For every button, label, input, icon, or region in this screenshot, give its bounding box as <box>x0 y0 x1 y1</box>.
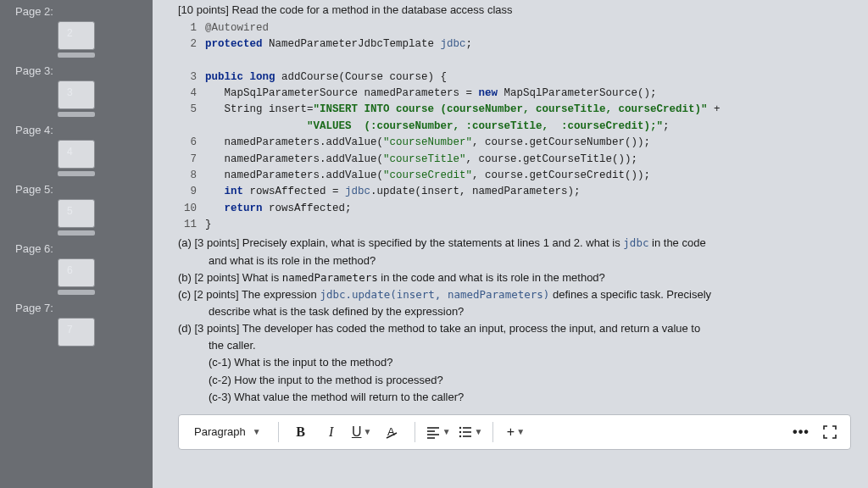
chevron-down-icon: ▼ <box>516 427 525 436</box>
page-thumbnail-sidebar: Page 2: 2 Page 3: 3 Page 4: 4 Page 5: 5 … <box>0 0 153 488</box>
page-label: Page 2: <box>7 0 146 21</box>
separator <box>415 422 415 442</box>
page-thumb-7[interactable]: Page 7: 7 <box>7 297 146 347</box>
page-thumb-6[interactable]: Page 6: 6 <box>7 237 146 295</box>
italic-button[interactable]: I <box>320 420 343 444</box>
text-color-icon: A <box>385 424 400 440</box>
thumb-preview: 2 <box>58 21 95 50</box>
thumb-footer <box>58 53 95 58</box>
insert-button[interactable]: +▼ <box>504 420 527 444</box>
thumb-footer <box>58 290 95 295</box>
svg-point-8 <box>459 431 460 433</box>
underline-button[interactable]: U▼ <box>350 420 374 444</box>
document-main: [10 points] Read the code for a method i… <box>153 0 868 488</box>
code-listing: 1@Autowired 2protected NamedParameterJdb… <box>178 20 851 234</box>
list-icon <box>458 424 473 440</box>
thumb-preview: 4 <box>58 140 95 169</box>
part-d-c3: (c-3) What value the method will return … <box>178 389 851 406</box>
thumb-preview: 6 <box>58 258 95 287</box>
thumb-footer <box>58 171 95 176</box>
format-select[interactable]: Paragraph ▼ <box>187 422 268 441</box>
thumb-preview: 3 <box>58 80 95 109</box>
thumb-footer <box>58 230 95 236</box>
align-left-icon <box>426 424 441 440</box>
editor-toolbar: Paragraph ▼ B I U▼ A ▼ <box>178 414 851 450</box>
chevron-down-icon: ▼ <box>475 427 483 436</box>
thumb-preview: 5 <box>58 199 95 228</box>
text-color-button[interactable]: A <box>381 420 404 444</box>
fullscreen-button[interactable] <box>818 420 842 444</box>
question-parts: (a) [3 points] Precisely explain, what i… <box>178 235 851 405</box>
part-a: (a) [3 points] Precisely explain, what i… <box>178 235 851 269</box>
question-header: [10 points] Read the code for a method i… <box>178 2 851 19</box>
part-b: (b) [2 points] What is namedParameters i… <box>178 269 851 286</box>
svg-point-10 <box>459 435 460 437</box>
page-label: Page 3: <box>7 59 146 80</box>
page-thumb-5[interactable]: Page 5: 5 <box>7 178 146 236</box>
part-d: (d) [3 points] The developer has coded t… <box>178 320 851 406</box>
list-button[interactable]: ▼ <box>458 420 483 444</box>
page-thumb-3[interactable]: Page 3: 3 <box>7 59 146 117</box>
svg-point-6 <box>459 427 460 429</box>
format-select-label: Paragraph <box>194 425 246 438</box>
align-button[interactable]: ▼ <box>426 420 451 444</box>
thumb-preview: 7 <box>58 318 95 347</box>
page-label: Page 6: <box>7 237 146 258</box>
fullscreen-icon <box>823 425 837 439</box>
bold-button[interactable]: B <box>289 420 313 444</box>
page-label: Page 7: <box>7 297 146 318</box>
part-d-c2: (c-2) How the input to the method is pro… <box>178 372 851 389</box>
chevron-down-icon: ▼ <box>442 427 451 436</box>
part-d-c1: (c-1) What is the input to the method? <box>178 354 851 371</box>
page-thumb-4[interactable]: Page 4: 4 <box>7 119 146 176</box>
page-label: Page 5: <box>7 178 146 199</box>
separator <box>278 422 279 442</box>
thumb-footer <box>58 112 95 117</box>
separator <box>492 422 493 442</box>
page-label: Page 4: <box>7 119 146 140</box>
chevron-down-icon: ▼ <box>363 427 371 436</box>
more-button[interactable]: ••• <box>789 420 813 444</box>
chevron-down-icon: ▼ <box>253 427 261 436</box>
page-thumb-2[interactable]: Page 2: 2 <box>7 0 146 58</box>
part-c: (c) [2 points] The expression jdbc.updat… <box>178 286 851 320</box>
